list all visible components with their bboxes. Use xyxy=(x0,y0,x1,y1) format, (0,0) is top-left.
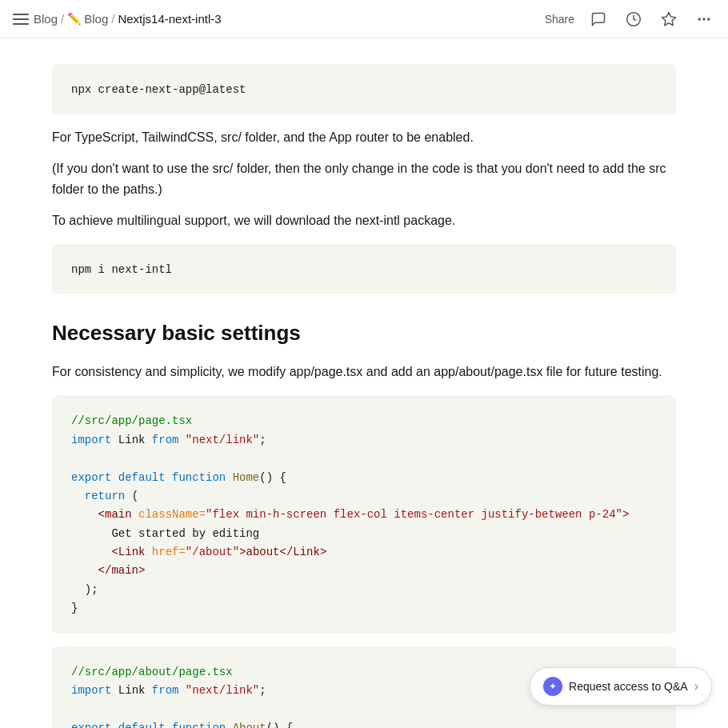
link-close-1: >about</Link> xyxy=(239,546,326,558)
hamburger-icon[interactable] xyxy=(13,11,29,27)
svg-point-3 xyxy=(702,18,705,20)
export-kw-2: export default function xyxy=(71,722,226,728)
npx-command: npx create-next-app@latest xyxy=(71,83,246,96)
para-consistency: For consistency and simplicity, we modif… xyxy=(52,362,676,382)
qa-button[interactable]: ✦ Request access to Q&A › xyxy=(530,667,712,706)
main-open-tag-1: <main xyxy=(98,508,132,521)
clock-icon-button[interactable] xyxy=(622,8,645,30)
qa-button-label: Request access to Q&A xyxy=(569,678,688,695)
comment-icon-button[interactable] xyxy=(587,8,610,30)
import-str-1: "next/link" xyxy=(186,434,259,446)
qa-icon-symbol: ✦ xyxy=(549,679,557,694)
svg-point-2 xyxy=(698,18,701,20)
export-kw-1: export default function xyxy=(71,471,226,484)
href-val-1: "/about" xyxy=(186,546,239,558)
breadcrumb-sep-2: / xyxy=(111,10,114,29)
code-block-npx: npx create-next-app@latest xyxy=(52,64,676,114)
fn-home: Home xyxy=(226,471,259,484)
import-str-2: "next/link" xyxy=(186,684,259,697)
more-icon-button[interactable] xyxy=(693,8,715,30)
page-tsx-code: //src/app/page.tsx import Link from "nex… xyxy=(71,414,629,614)
topbar-left: Blog / ✏️ Blog / Nextjs14-next-intl-3 xyxy=(13,10,545,29)
section-heading: Necessary basic settings xyxy=(52,317,676,350)
import-kw-2: import xyxy=(71,684,111,697)
code-block-npm: npm i next-intl xyxy=(52,244,676,294)
comment-page: //src/app/page.tsx xyxy=(71,414,192,427)
topbar-right: Share xyxy=(545,8,715,30)
qa-arrow-icon: › xyxy=(694,676,698,697)
main-close-tag-1: </main> xyxy=(98,564,146,577)
fn-about: About xyxy=(226,722,266,728)
classname-val-1: "flex min-h-screen flex-col items-center… xyxy=(206,508,622,521)
para-src-folder: (If you don't want to use the src/ folde… xyxy=(52,158,676,201)
classname-attr-1: className= xyxy=(138,508,206,521)
return-kw-1: return xyxy=(85,490,125,502)
breadcrumb: Blog / ✏️ Blog / Nextjs14-next-intl-3 xyxy=(34,10,222,29)
para-typescript: For TypeScript, TailwindCSS, src/ folder… xyxy=(52,127,676,148)
pencil-icon: ✏️ xyxy=(67,10,81,27)
code-block-page-tsx: //src/app/page.tsx import Link from "nex… xyxy=(52,395,676,633)
main-content: npx create-next-app@latest For TypeScrip… xyxy=(20,38,708,728)
from-kw-1: from xyxy=(152,434,179,446)
href-attr-1: href= xyxy=(152,546,186,558)
breadcrumb-sep-1: / xyxy=(61,10,64,29)
main-gt-1: > xyxy=(622,508,629,521)
link-open-tag-1: <Link xyxy=(111,546,145,558)
comment-about: //src/app/about/page.tsx xyxy=(71,666,233,678)
breadcrumb-blog-link-2[interactable]: Blog xyxy=(84,10,108,29)
breadcrumb-blog-link[interactable]: Blog xyxy=(34,10,58,29)
share-button[interactable]: Share xyxy=(545,13,574,26)
svg-point-4 xyxy=(707,18,710,20)
import-kw-1: import xyxy=(71,434,111,446)
star-icon-button[interactable] xyxy=(658,8,680,30)
svg-marker-1 xyxy=(662,12,676,25)
npm-command: npm i next-intl xyxy=(71,263,172,276)
breadcrumb-current: Nextjs14-next-intl-3 xyxy=(118,10,221,29)
topbar: Blog / ✏️ Blog / Nextjs14-next-intl-3 Sh… xyxy=(0,0,728,38)
qa-icon: ✦ xyxy=(543,677,562,696)
para-multilingual: To achieve multilingual support, we will… xyxy=(52,210,676,231)
from-kw-2: from xyxy=(152,684,179,697)
